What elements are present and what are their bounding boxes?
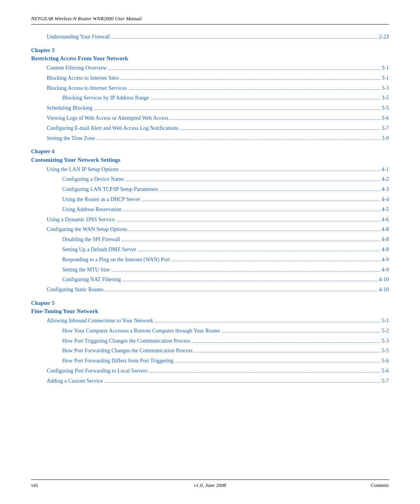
chapter-label: Chapter 3 bbox=[31, 46, 389, 55]
toc-entry[interactable]: Blocking Services by IP Address Range3-5 bbox=[31, 93, 389, 103]
toc-entry-label: Blocking Services by IP Address Range bbox=[62, 93, 149, 103]
toc-dots bbox=[122, 241, 380, 241]
toc-dots bbox=[94, 109, 380, 110]
toc-entry-label: Setting Up a Default DMZ Server bbox=[62, 245, 136, 254]
toc-page-num: 5-5 bbox=[382, 346, 389, 355]
toc-page-num: 3-6 bbox=[382, 114, 389, 123]
toc-dots bbox=[194, 352, 380, 352]
toc-container: Understanding Your Firewall2-23Chapter 3… bbox=[31, 32, 389, 386]
toc-entry-label: Configuring NAT Filtering bbox=[62, 275, 121, 284]
toc-entry[interactable]: Configuring Static Routes4-10 bbox=[31, 285, 389, 294]
toc-page-num: 5-3 bbox=[382, 336, 389, 346]
toc-page-num: 4-2 bbox=[382, 175, 389, 184]
toc-entry[interactable]: Viewing Logs of Web Access or Attempted … bbox=[31, 114, 389, 123]
toc-page-num: 4-10 bbox=[379, 285, 389, 294]
toc-page-num: 3-7 bbox=[382, 124, 389, 133]
toc-entry-label: Configuring Port Forwarding to Local Ser… bbox=[47, 366, 147, 376]
toc-entry[interactable]: Setting the Time Zone3-9 bbox=[31, 134, 389, 143]
toc-page-num: 5-2 bbox=[382, 326, 389, 336]
toc-dots bbox=[170, 119, 380, 120]
toc-entry[interactable]: Blocking Access to Internet Sites3-1 bbox=[31, 74, 389, 83]
toc-entry-label: Configuring a Device Name bbox=[62, 175, 124, 184]
toc-entry[interactable]: Setting Up a Default DMZ Server4-8 bbox=[31, 245, 389, 254]
toc-entry[interactable]: Configuring E-mail Alert and Web Access … bbox=[31, 124, 389, 133]
toc-entry-label: Viewing Logs of Web Access or Attempted … bbox=[47, 114, 168, 123]
toc-entry[interactable]: How Port Forwarding Changes the Communic… bbox=[31, 346, 389, 355]
toc-entry[interactable]: Configuring LAN TCP/IP Setup Parameters4… bbox=[31, 185, 389, 194]
toc-entry[interactable]: Allowing Inbound Connections to Your Net… bbox=[31, 316, 389, 326]
toc-page-num: 5-6 bbox=[382, 356, 389, 366]
toc-entry[interactable]: Configuring NAT Filtering4-10 bbox=[31, 275, 389, 284]
toc-entry-label: Using a Dynamic DNS Service bbox=[47, 215, 115, 224]
toc-dots bbox=[116, 221, 380, 221]
toc-entry[interactable]: Configuring the WAN Setup Options4-8 bbox=[31, 225, 389, 234]
toc-entry[interactable]: Using a Dynamic DNS Service4-6 bbox=[31, 215, 389, 224]
toc-entry[interactable]: Configuring Port Forwarding to Local Ser… bbox=[31, 366, 389, 376]
toc-entry-label: Setting the MTU Size bbox=[62, 265, 110, 275]
toc-entry[interactable]: Using the LAN IP Setup Options4-1 bbox=[31, 165, 389, 174]
toc-page-num: 4-4 bbox=[382, 195, 389, 204]
toc-entry-label: Using the LAN IP Setup Options bbox=[47, 165, 119, 174]
toc-entry-label: How Port Forwarding Differs from Port Tr… bbox=[62, 356, 173, 366]
toc-entry-label: How Your Computer Accesses a Remote Comp… bbox=[62, 326, 220, 336]
toc-entry[interactable]: Scheduling Blocking3-5 bbox=[31, 103, 389, 113]
toc-entry-label: Setting the Time Zone bbox=[47, 134, 95, 143]
toc-entry[interactable]: Using the Router as a DHCP Server4-4 bbox=[31, 195, 389, 204]
toc-page-num: 2-23 bbox=[379, 32, 389, 42]
toc-page-num: 4-8 bbox=[382, 235, 389, 244]
toc-page-num: 5-7 bbox=[382, 376, 389, 386]
toc-dots bbox=[128, 89, 380, 90]
toc-dots bbox=[112, 271, 380, 271]
toc-entry[interactable]: Content Filtering Overview3-1 bbox=[31, 63, 389, 73]
toc-dots bbox=[150, 99, 380, 100]
toc-dots bbox=[222, 332, 380, 332]
toc-entry-label: Configuring E-mail Alert and Web Access … bbox=[47, 124, 178, 133]
toc-entry[interactable]: How Port Forwarding Differs from Port Tr… bbox=[31, 356, 389, 366]
toc-dots bbox=[123, 211, 380, 211]
chapter-title: Fine-Tuning Your Network bbox=[31, 308, 389, 315]
toc-dots bbox=[180, 130, 380, 130]
toc-page-num: 3-5 bbox=[382, 103, 389, 113]
toc-page-num: 3-1 bbox=[382, 63, 389, 73]
toc-entry-label: Allowing Inbound Connections to Your Net… bbox=[47, 316, 153, 326]
toc-dots bbox=[160, 191, 380, 191]
toc-entry-label: Blocking Access to Internet Services bbox=[47, 84, 127, 93]
toc-dots bbox=[97, 140, 380, 140]
toc-entry-label: Content Filtering Overview bbox=[47, 63, 107, 73]
toc-entry[interactable]: Configuring a Device Name4-2 bbox=[31, 175, 389, 184]
chapter-title: Customizing Your Network Settings bbox=[31, 157, 389, 163]
toc-dots bbox=[120, 171, 380, 171]
toc-entry[interactable]: Setting the MTU Size4-9 bbox=[31, 265, 389, 275]
toc-entry-label: Responding to a Ping on the Internet (WA… bbox=[62, 255, 170, 264]
toc-entry[interactable]: How Your Computer Accesses a Remote Comp… bbox=[31, 326, 389, 336]
toc-entry[interactable]: Responding to a Ping on the Internet (WA… bbox=[31, 255, 389, 264]
toc-page-num: 4-5 bbox=[382, 205, 389, 214]
footer-center: v1.0, June 2008 bbox=[0, 480, 420, 488]
toc-entry-label: Using the Router as a DHCP Server bbox=[62, 195, 140, 204]
toc-entry-label: How Port Forwarding Changes the Communic… bbox=[62, 346, 192, 355]
toc-entry[interactable]: Using Address Reservation4-5 bbox=[31, 205, 389, 214]
toc-page-num: 3-3 bbox=[382, 84, 389, 93]
toc-dots bbox=[149, 372, 380, 373]
page-header: NETGEAR Wireless-N Router WNR2000 User M… bbox=[31, 16, 389, 24]
toc-page-num: 3-1 bbox=[382, 74, 389, 83]
toc-page-num: 5-1 bbox=[382, 316, 389, 326]
toc-entry[interactable]: Understanding Your Firewall2-23 bbox=[31, 32, 389, 42]
toc-dots bbox=[155, 322, 380, 322]
toc-dots bbox=[175, 362, 380, 362]
toc-entry[interactable]: Blocking Access to Internet Services3-3 bbox=[31, 84, 389, 93]
toc-dots bbox=[105, 291, 377, 291]
toc-entry[interactable]: Adding a Custom Service5-7 bbox=[31, 376, 389, 386]
toc-page-num: 4-9 bbox=[382, 255, 389, 264]
toc-dots bbox=[122, 281, 378, 281]
toc-entry[interactable]: Disabling the SPI Firewall4-8 bbox=[31, 235, 389, 244]
toc-dots bbox=[142, 201, 380, 201]
toc-entry-label: Disabling the SPI Firewall bbox=[62, 235, 120, 244]
toc-page-num: 4-10 bbox=[379, 275, 389, 284]
toc-entry-label: Configuring the WAN Setup Options bbox=[47, 225, 127, 234]
toc-dots bbox=[112, 38, 377, 38]
toc-page-num: 4-9 bbox=[382, 265, 389, 275]
toc-page-num: 3-9 bbox=[382, 134, 389, 143]
chapter-label: Chapter 5 bbox=[31, 298, 389, 308]
toc-entry[interactable]: How Port Triggering Changes the Communic… bbox=[31, 336, 389, 346]
